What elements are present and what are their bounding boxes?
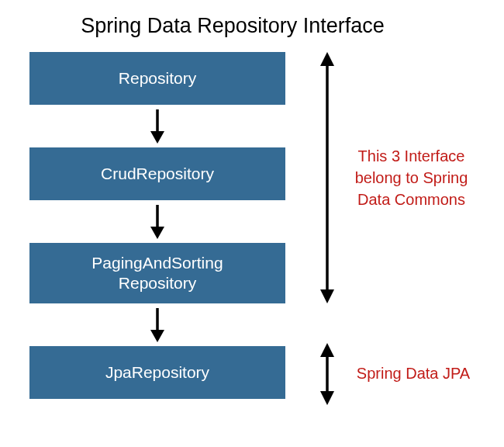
arrow-down-icon [148,307,167,344]
box-jpa-repository: JpaRepository [29,346,285,399]
arrow-crud-to-paging [29,200,285,243]
box-crud-label: CrudRepository [101,164,214,184]
annotation-commons-line2: belong to Spring [355,169,468,186]
arrow-down-icon [148,203,167,241]
svg-marker-5 [150,330,164,342]
arrow-paging-to-jpa [29,303,285,346]
double-arrow-icon [318,52,337,303]
box-paging-label: PagingAndSorting Repository [91,253,223,294]
box-paging-sorting-repository: PagingAndSorting Repository [29,243,285,303]
box-jpa-label: JpaRepository [105,362,209,383]
diagram-title: Spring Data Repository Interface [16,0,450,46]
annotation-commons-line1: This 3 Interface [358,147,465,165]
svg-marker-7 [320,52,334,66]
box-repository-label: Repository [119,68,196,88]
double-arrow-icon [318,343,337,405]
svg-marker-3 [150,227,164,239]
annotation-commons: This 3 Interface belong to Spring Data C… [343,145,479,210]
bracket-arrow-commons [318,52,337,303]
svg-marker-1 [150,131,164,144]
box-crud-repository: CrudRepository [29,147,285,200]
arrow-repository-to-crud [29,105,285,147]
svg-marker-8 [320,289,334,303]
bracket-arrow-jpa [318,343,337,405]
box-paging-line2: Repository [119,274,196,292]
arrow-down-icon [148,108,167,145]
box-repository: Repository [29,52,285,105]
annotation-jpa-label: Spring Data JPA [357,365,470,382]
annotation-jpa: Spring Data JPA [347,362,479,384]
svg-marker-11 [320,391,334,405]
box-paging-line1: PagingAndSorting [91,254,223,272]
annotation-commons-line3: Data Commons [357,191,465,208]
diagram-container: Repository CrudRepository PagingAndSorti… [29,52,504,399]
svg-marker-10 [320,343,334,357]
